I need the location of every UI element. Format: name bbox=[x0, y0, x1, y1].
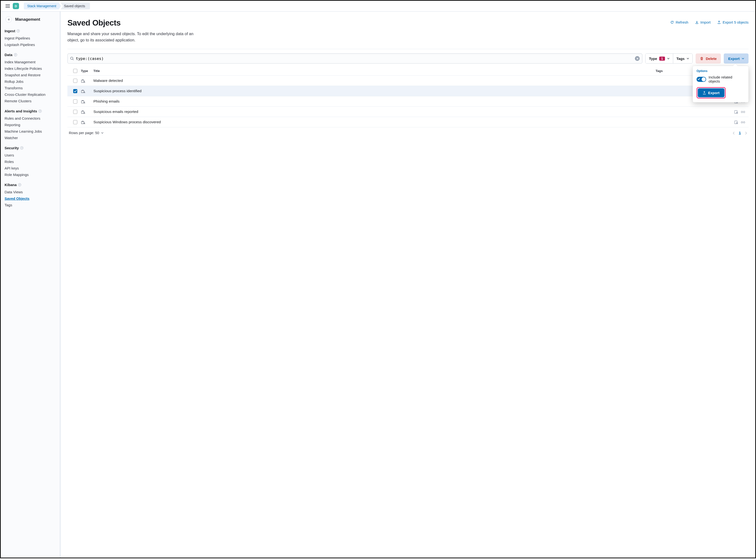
rows-per-page-button[interactable]: Rows per page: 50 bbox=[69, 131, 104, 135]
prev-page-button[interactable] bbox=[733, 131, 735, 135]
relationships-icon[interactable] bbox=[741, 120, 745, 124]
search-input[interactable] bbox=[74, 56, 635, 61]
row-title[interactable]: Suspicious emails reported bbox=[93, 110, 655, 114]
relationships-icon[interactable] bbox=[741, 110, 745, 114]
row-title[interactable]: Malware detected bbox=[93, 79, 655, 83]
sidebar-item-api-keys[interactable]: API keys bbox=[5, 165, 58, 172]
sidebar-item-watcher[interactable]: Watcher bbox=[5, 135, 58, 141]
popover-export-button[interactable]: Export bbox=[698, 88, 725, 97]
delete-button[interactable]: Delete bbox=[695, 53, 721, 64]
breadcrumb: Stack Management Saved objects bbox=[24, 3, 90, 9]
table-header: Type Title Tags bbox=[67, 66, 749, 75]
svg-point-0 bbox=[70, 57, 73, 60]
row-checkbox[interactable] bbox=[73, 120, 77, 124]
sidebar-item-saved-objects[interactable]: Saved Objects bbox=[5, 195, 58, 202]
inspect-icon[interactable] bbox=[734, 110, 738, 114]
breadcrumb-saved-objects: Saved objects bbox=[61, 3, 90, 9]
header-title[interactable]: Title bbox=[93, 69, 655, 73]
sidebar-item-machine-learning-jobs[interactable]: Machine Learning Jobs bbox=[5, 128, 58, 135]
sidebar-item-logstash-pipelines[interactable]: Logstash Pipelines bbox=[5, 41, 58, 48]
table-row: Suspicious Windows process discovered bbox=[67, 117, 749, 127]
import-icon bbox=[695, 20, 699, 24]
sidebar-item-cross-cluster-replication[interactable]: Cross-Cluster Replication bbox=[5, 91, 58, 98]
gear-icon bbox=[5, 16, 12, 23]
case-type-icon bbox=[81, 79, 93, 83]
svg-point-18 bbox=[736, 112, 738, 113]
page-title: Saved Objects bbox=[67, 18, 120, 27]
header-type[interactable]: Type bbox=[81, 69, 93, 73]
search-icon bbox=[70, 57, 74, 61]
info-icon[interactable]: ? bbox=[14, 53, 17, 56]
page-1-button[interactable]: 1 bbox=[739, 131, 741, 135]
sidebar-group-data: Data? bbox=[5, 53, 58, 57]
import-button[interactable]: Import bbox=[695, 20, 711, 24]
row-title[interactable]: Suspicious Windows process discovered bbox=[93, 120, 655, 124]
info-icon[interactable]: ? bbox=[39, 110, 42, 113]
sidebar-item-index-management[interactable]: Index Management bbox=[5, 59, 58, 65]
breadcrumb-stack-management[interactable]: Stack Management bbox=[24, 3, 61, 9]
chevron-down-icon bbox=[687, 57, 689, 60]
case-type-icon bbox=[81, 110, 93, 114]
type-filter-button[interactable]: Type 1 bbox=[645, 54, 673, 63]
sidebar-item-snapshot-and-restore[interactable]: Snapshot and Restore bbox=[5, 72, 58, 78]
export-button[interactable]: Export bbox=[724, 53, 749, 64]
info-icon[interactable]: ? bbox=[18, 183, 21, 186]
sidebar-item-tags[interactable]: Tags bbox=[5, 202, 58, 208]
sidebar-item-remote-clusters[interactable]: Remote Clusters bbox=[5, 98, 58, 104]
select-all-checkbox[interactable] bbox=[73, 69, 77, 73]
close-icon bbox=[636, 58, 639, 60]
pagination: 1 bbox=[733, 131, 747, 135]
chevron-down-icon bbox=[101, 132, 104, 134]
row-title[interactable]: Suspicious process identified bbox=[93, 89, 655, 93]
divider bbox=[67, 49, 749, 49]
sidebar-group-ingest: Ingest? bbox=[5, 29, 58, 33]
sidebar-item-roles[interactable]: Roles bbox=[5, 158, 58, 165]
search-box[interactable] bbox=[67, 53, 642, 64]
svg-point-25 bbox=[743, 121, 745, 123]
space-badge[interactable]: D bbox=[13, 3, 19, 9]
table-row: Suspicious emails reported bbox=[67, 106, 749, 117]
next-page-button[interactable] bbox=[745, 131, 747, 135]
row-title[interactable]: Phishing emails bbox=[93, 99, 655, 104]
page-description: Manage and share your saved objects. To … bbox=[67, 31, 202, 43]
svg-point-24 bbox=[741, 121, 742, 123]
row-checkbox[interactable] bbox=[73, 110, 77, 114]
svg-point-19 bbox=[741, 111, 742, 113]
export-icon bbox=[717, 20, 721, 24]
export-popover: Options Include related objects Export bbox=[693, 66, 749, 102]
sidebar-item-rules-and-connectors[interactable]: Rules and Connectors bbox=[5, 115, 58, 121]
clear-search-button[interactable] bbox=[635, 56, 640, 61]
main-content: Saved Objects Refresh Import Export 5 ob… bbox=[61, 12, 755, 558]
case-type-icon bbox=[81, 89, 93, 93]
table-row: Phishing emails bbox=[67, 96, 749, 106]
svg-point-20 bbox=[743, 111, 745, 113]
include-related-switch[interactable] bbox=[696, 77, 706, 82]
sidebar-item-ingest-pipelines[interactable]: Ingest Pipelines bbox=[5, 35, 58, 41]
sidebar-group-security: Security? bbox=[5, 146, 58, 150]
sidebar-item-data-views[interactable]: Data Views bbox=[5, 189, 58, 195]
row-checkbox[interactable] bbox=[73, 79, 77, 83]
row-checkbox[interactable] bbox=[73, 99, 77, 104]
sidebar-title: Management bbox=[15, 17, 40, 22]
export-all-button[interactable]: Export 5 objects bbox=[717, 20, 749, 24]
sidebar-item-index-lifecycle-policies[interactable]: Index Lifecycle Policies bbox=[5, 65, 58, 72]
sidebar-item-users[interactable]: Users bbox=[5, 152, 58, 158]
case-type-icon bbox=[81, 99, 93, 104]
sidebar-item-transforms[interactable]: Transforms bbox=[5, 85, 58, 91]
type-filter-count-badge: 1 bbox=[659, 57, 665, 61]
table-footer: Rows per page: 50 1 bbox=[67, 127, 749, 138]
sidebar-item-role-mappings[interactable]: Role Mappings bbox=[5, 172, 58, 178]
menu-toggle-button[interactable] bbox=[5, 3, 11, 9]
tags-filter-button[interactable]: Tags bbox=[673, 54, 693, 63]
refresh-button[interactable]: Refresh bbox=[670, 20, 688, 24]
inspect-icon[interactable] bbox=[734, 120, 738, 124]
sidebar-item-rollup-jobs[interactable]: Rollup Jobs bbox=[5, 78, 58, 85]
sidebar-group-kibana: Kibana? bbox=[5, 183, 58, 187]
top-header: D Stack Management Saved objects bbox=[1, 1, 755, 12]
info-icon[interactable]: ? bbox=[20, 147, 23, 150]
sidebar: Management Ingest?Ingest PipelinesLogsta… bbox=[1, 12, 61, 558]
info-icon[interactable]: ? bbox=[17, 29, 20, 32]
row-checkbox[interactable] bbox=[73, 89, 77, 93]
sidebar-item-reporting[interactable]: Reporting bbox=[5, 121, 58, 128]
saved-objects-table: Type Title Tags Malware detectedSuspicio… bbox=[67, 66, 749, 138]
